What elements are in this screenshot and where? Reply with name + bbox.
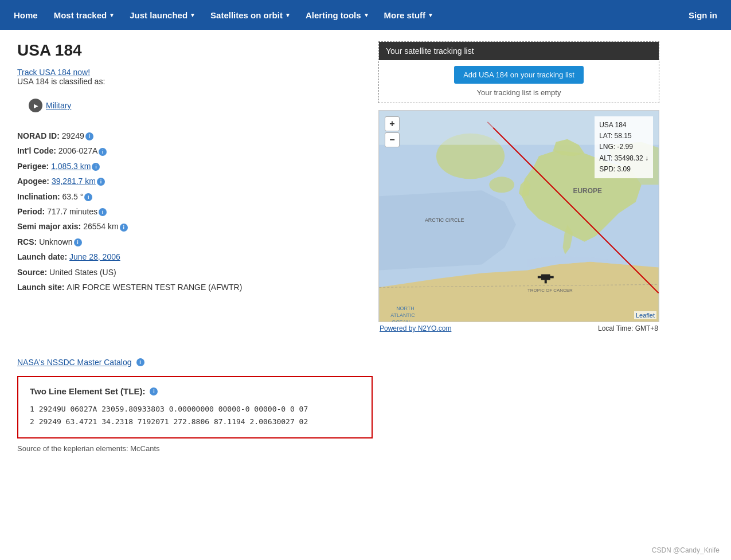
semi-major-value: 26554 km <box>83 222 118 231</box>
rcs-row: RCS: Unknowni <box>17 236 361 248</box>
svg-rect-13 <box>549 276 554 278</box>
svg-point-3 <box>489 177 514 193</box>
svg-text:OCEAN: OCEAN <box>392 319 410 322</box>
map-sat-name: USA 184 <box>599 120 648 131</box>
rcs-label: RCS: <box>17 237 39 246</box>
zoom-out-button[interactable]: − <box>385 132 400 147</box>
svg-text:TROPIC OF CANCER: TROPIC OF CANCER <box>527 288 573 293</box>
tle-line2: 2 29249 63.4721 34.2318 7192071 272.8806… <box>30 416 360 428</box>
svg-rect-12 <box>538 276 542 278</box>
source-text: Source of the keplerian elements: McCant… <box>17 444 714 453</box>
tracking-empty-text: Your tracking list is empty <box>385 88 653 97</box>
rcs-icon[interactable]: i <box>74 238 82 246</box>
nav-satellites-on-orbit[interactable]: Satellites on orbit ▾ <box>202 0 298 30</box>
nav-home[interactable]: Home <box>6 0 46 30</box>
map-controls: + − <box>385 116 400 147</box>
zoom-in-button[interactable]: + <box>385 116 400 131</box>
map-lat: LAT: 58.15 <box>599 131 648 142</box>
launch-site-label: Launch site: <box>17 283 67 292</box>
norad-label: NORAD ID: <box>17 131 62 140</box>
launch-date-row: Launch date: June 28, 2006 <box>17 250 361 263</box>
semi-major-icon[interactable]: i <box>120 224 128 232</box>
leaflet-attribution[interactable]: Leaflet <box>634 311 656 319</box>
military-category: Military <box>29 99 71 112</box>
military-icon <box>29 99 42 112</box>
map-container: ARCTIC CIRCLE EUROPE NORTH ATLANTIC OCEA… <box>378 110 659 322</box>
nssdc-row: NASA's NSSDC Master Catalog i <box>17 358 714 367</box>
semi-major-label: Semi major axis: <box>17 222 83 231</box>
powered-link[interactable]: Powered by N2YO.com <box>380 324 451 332</box>
nssdc-link[interactable]: NASA's NSSDC Master Catalog <box>17 358 132 367</box>
launch-site-row: Launch site: AIR FORCE WESTERN TEST RANG… <box>17 281 361 293</box>
nssdc-info-icon[interactable]: i <box>136 358 144 366</box>
intl-code-value: 2006-027A <box>58 146 98 155</box>
most-tracked-caret: ▾ <box>110 11 114 19</box>
map-footer: Powered by N2YO.com Local Time: GMT+8 <box>378 322 659 335</box>
nav-alerting-tools[interactable]: Alerting tools ▾ <box>298 0 376 30</box>
nav-most-tracked[interactable]: Most tracked ▾ <box>46 0 122 30</box>
just-launched-caret: ▾ <box>191 11 194 19</box>
tle-data: 1 29249U 06027A 23059.80933803 0.0000000… <box>30 403 360 428</box>
add-tracking-button[interactable]: Add USA 184 on your tracking list <box>454 66 584 84</box>
military-link[interactable]: Military <box>46 101 71 110</box>
nav-more-stuff[interactable]: More stuff ▾ <box>376 0 441 30</box>
perigee-label: Perigee: <box>17 162 51 171</box>
map-lng: LNG: -2.99 <box>599 142 648 152</box>
map-info-overlay: USA 184 LAT: 58.15 LNG: -2.99 ALT: 35498… <box>595 116 653 178</box>
tracking-list-header: Your satellite tracking list <box>379 42 659 60</box>
classified-text: USA 184 is classified as: <box>17 77 361 86</box>
intl-code-row: Int'l Code: 2006-027Ai <box>17 144 361 157</box>
tle-info-icon[interactable]: i <box>150 387 158 395</box>
period-row: Period: 717.7 minutesi <box>17 205 361 218</box>
inclination-icon[interactable]: i <box>84 193 92 201</box>
apogee-value[interactable]: 39,281.7 km <box>52 177 96 186</box>
left-column: USA 184 Track USA 184 now! USA 184 is cl… <box>17 41 361 335</box>
source-row: Source: United States (US) <box>17 266 361 279</box>
apogee-label: Apogee: <box>17 177 52 186</box>
local-time: Local Time: GMT+8 <box>598 324 658 332</box>
page-title: USA 184 <box>17 41 361 60</box>
satellite-info: NORAD ID: 29249i Int'l Code: 2006-027Ai … <box>17 130 361 293</box>
perigee-row: Perigee: 1,085.3 kmi <box>17 160 361 173</box>
bottom-section: NASA's NSSDC Master Catalog i Two Line E… <box>0 346 731 470</box>
period-label: Period: <box>17 207 47 216</box>
nav-just-launched[interactable]: Just launched ▾ <box>122 0 202 30</box>
svg-text:NORTH: NORTH <box>396 306 415 311</box>
tle-title: Two Line Element Set (TLE): i <box>30 386 360 396</box>
tracking-list-body: Add USA 184 on your tracking list Your t… <box>379 60 659 103</box>
tle-box: Two Line Element Set (TLE): i 1 29249U 0… <box>17 376 373 438</box>
semi-major-axis-row: Semi major axis: 26554 kmi <box>17 220 361 233</box>
svg-text:EUROPE: EUROPE <box>573 187 601 195</box>
period-icon[interactable]: i <box>99 208 107 216</box>
main-content: USA 184 Track USA 184 now! USA 184 is cl… <box>0 30 731 346</box>
inclination-value: 63.5 ° <box>62 192 84 201</box>
svg-text:ATLANTIC: ATLANTIC <box>390 312 415 318</box>
apogee-row: Apogee: 39,281.7 kmi <box>17 175 361 187</box>
apogee-icon[interactable]: i <box>97 178 105 186</box>
norad-value: 29249 <box>62 131 84 140</box>
source-label: Source: <box>17 268 49 277</box>
perigee-icon[interactable]: i <box>92 163 100 171</box>
satellites-caret: ▾ <box>286 11 290 19</box>
tle-line1: 1 29249U 06027A 23059.80933803 0.0000000… <box>30 403 360 416</box>
svg-rect-14 <box>545 280 547 283</box>
period-value: 717.7 minutes <box>47 207 97 216</box>
svg-rect-11 <box>541 274 550 280</box>
svg-text:ARCTIC CIRCLE: ARCTIC CIRCLE <box>425 217 464 223</box>
more-stuff-caret: ▾ <box>429 11 432 19</box>
nav-sign-in[interactable]: Sign in <box>681 0 725 30</box>
inclination-label: Inclination: <box>17 192 62 201</box>
intl-code-label: Int'l Code: <box>17 146 58 155</box>
launch-date-label: Launch date: <box>17 252 69 261</box>
perigee-value[interactable]: 1,085.3 km <box>51 162 91 171</box>
track-now-link[interactable]: Track USA 184 now! <box>17 68 361 77</box>
alerting-caret: ▾ <box>365 11 368 19</box>
intl-code-icon[interactable]: i <box>99 148 107 156</box>
norad-info-icon[interactable]: i <box>85 132 93 140</box>
launch-date-value[interactable]: June 28, 2006 <box>69 252 120 261</box>
source-value: United States (US) <box>49 268 116 277</box>
launch-site-value: AIR FORCE WESTERN TEST RANGE (AFWTR) <box>67 283 242 292</box>
inclination-row: Inclination: 63.5 °i <box>17 190 361 203</box>
tracking-list: Your satellite tracking list Add USA 184… <box>378 41 659 103</box>
map-alt: ALT: 35498.32 ↓ <box>599 153 648 164</box>
